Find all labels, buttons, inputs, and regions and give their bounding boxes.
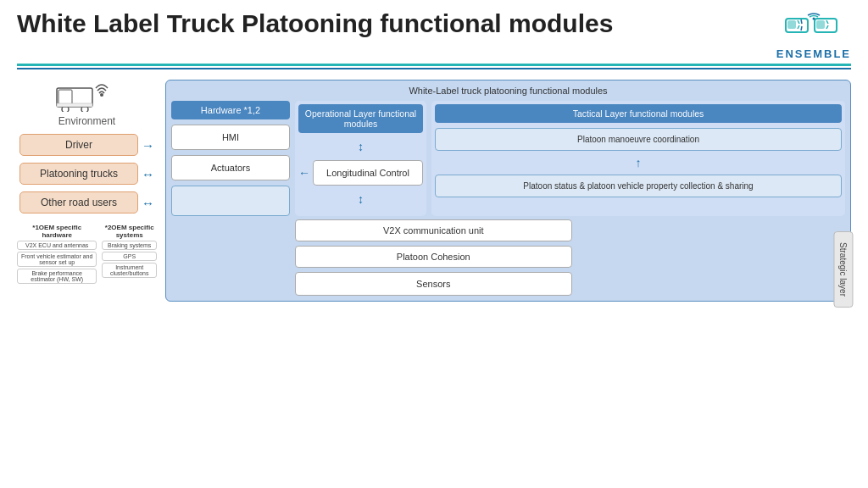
- driver-arrow-icon: →: [142, 138, 154, 152]
- hmi-box: HMI: [171, 125, 290, 150]
- header: White Label Truck Platooning functional …: [0, 0, 868, 60]
- operational-header: Operational Layer functional modules: [298, 104, 423, 133]
- platoon-manoeuvre-box: Platoon manoeuvre coordination: [435, 128, 842, 151]
- actuators-row: Actuators: [171, 155, 290, 180]
- v2x-box: V2X communication unit: [295, 219, 572, 241]
- svg-line-2: [798, 20, 799, 24]
- oem1-item-1: V2X ECU and antennas: [17, 241, 97, 250]
- environment-panel: Environment Driver → Platooning trucks ↔…: [17, 80, 157, 459]
- other-road-users-row: Other road users ↔: [19, 191, 154, 214]
- platooning-trucks-box: Platooning trucks: [19, 163, 138, 185]
- vertical-arrow-icon: ↕: [358, 140, 364, 153]
- svg-rect-15: [57, 103, 92, 107]
- strategic-layer-label: Strategic layer: [834, 231, 854, 308]
- main-content: Environment Driver → Platooning trucks ↔…: [0, 75, 868, 464]
- oem1-title: *1OEM specific hardware: [17, 224, 97, 239]
- diagram-container: White-Label truck platooning functional …: [165, 80, 851, 459]
- diagram-columns: Hardware *1,2 HMI Actuators Operational …: [171, 101, 845, 216]
- divider: [17, 64, 851, 69]
- environment-label: Environment: [58, 115, 115, 127]
- sensors-box: Sensors: [295, 272, 572, 296]
- longitudinal-control-box: Longitudinal Control: [313, 160, 423, 186]
- oem2-item-2: GPS: [102, 252, 157, 261]
- actuators-box: Actuators: [171, 155, 290, 180]
- svg-rect-1: [787, 20, 796, 29]
- v2x-row: V2X communication unit: [171, 219, 845, 241]
- other-road-users-arrow-icon: ↔: [142, 196, 154, 210]
- svg-line-5: [801, 26, 802, 30]
- hardware-column: Hardware *1,2 HMI Actuators: [171, 101, 290, 216]
- hmi-row: HMI: [171, 125, 290, 150]
- down-arrow-icon: ↕: [358, 192, 364, 206]
- longitudinal-row: ← Longitudinal Control: [298, 160, 423, 186]
- tact-arrow-row: ↑: [435, 156, 842, 169]
- driver-box: Driver: [19, 134, 138, 156]
- oem2-item-1: Braking systems: [102, 241, 157, 250]
- platooning-trucks-row: Platooning trucks ↔: [19, 163, 154, 185]
- page-title: White Label Truck Platooning functional …: [17, 8, 613, 39]
- left-arrow-icon: ←: [298, 166, 310, 180]
- other-road-users-box: Other road users: [19, 191, 138, 214]
- ensemble-logo-icon: [784, 12, 843, 46]
- tactical-column: Tactical Layer functional modules Platoo…: [431, 101, 845, 216]
- oem2-box: *2OEM specific systems Braking systems G…: [102, 224, 157, 286]
- tact-up-arrow-icon: ↑: [636, 156, 642, 169]
- diagram-area: White-Label truck platooning functional …: [165, 80, 851, 302]
- driver-row: Driver →: [19, 134, 154, 156]
- platooning-trucks-arrow-icon: ↔: [142, 167, 154, 181]
- svg-rect-7: [816, 20, 825, 29]
- tactical-header: Tactical Layer functional modules: [435, 104, 842, 123]
- long-ctrl-arrow: ↕: [298, 192, 423, 206]
- platoon-cohesion-row: Platoon Cohesion: [171, 246, 845, 268]
- platoon-status-box: Platoon status & platoon vehicle propert…: [435, 175, 842, 197]
- sensors-row: Sensors: [171, 272, 845, 296]
- logo-area: ENSEMBLE: [776, 12, 851, 60]
- oem2-title: *2OEM specific systems: [102, 224, 157, 239]
- truck-icon-area: [55, 80, 119, 112]
- logo-label: ENSEMBLE: [776, 47, 851, 60]
- svg-point-16: [100, 93, 103, 97]
- svg-line-3: [798, 25, 799, 29]
- sensors-left-spacer: [171, 272, 290, 296]
- svg-line-9: [826, 25, 828, 29]
- hmi-op-arrows: ↕: [298, 140, 423, 153]
- svg-rect-12: [58, 90, 72, 105]
- hardware-header: Hardware *1,2: [171, 101, 290, 119]
- bottom-rows: V2X communication unit Platoon Cohesion …: [171, 219, 845, 296]
- svg-point-10: [812, 18, 815, 20]
- oem-boxes: *1OEM specific hardware V2X ECU and ante…: [17, 224, 157, 286]
- hw-spacer-box: [171, 186, 290, 216]
- oem1-item-2: Front vehicle estimator and sensor set u…: [17, 252, 97, 267]
- platoon-cohesion-box: Platoon Cohesion: [295, 246, 572, 268]
- operational-column: Operational Layer functional modules ↕ ←…: [295, 101, 426, 216]
- sensors-right-empty: [577, 272, 846, 296]
- oem2-item-3: Instrument cluster/buttons: [102, 263, 157, 278]
- diagram-title: White-Label truck platooning functional …: [171, 86, 845, 96]
- oem1-box: *1OEM specific hardware V2X ECU and ante…: [17, 224, 97, 286]
- svg-line-4: [801, 19, 802, 24]
- truck-icon: [55, 80, 119, 112]
- svg-line-8: [826, 20, 828, 24]
- oem1-item-3: Brake performance estimator (HW, SW): [17, 269, 97, 284]
